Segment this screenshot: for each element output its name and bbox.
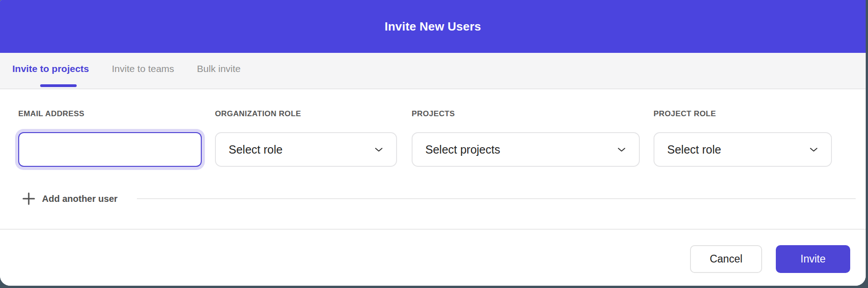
invite-new-users-dialog: Invite New Users Invite to projects Invi…: [0, 0, 866, 286]
organization-role-select-value: Select role: [229, 143, 282, 156]
chevron-down-icon: [808, 144, 819, 155]
dialog-footer: Cancel Invite: [0, 229, 866, 286]
project-role-label: PROJECT ROLE: [654, 109, 716, 118]
chevron-down-icon: [616, 144, 627, 155]
add-another-user-label: Add another user: [42, 194, 118, 204]
add-user-row: Add another user: [0, 187, 866, 211]
project-role-select-value: Select role: [667, 143, 721, 156]
dialog-header: Invite New Users: [0, 0, 866, 53]
add-user-divider: [137, 198, 856, 199]
cancel-button[interactable]: Cancel: [690, 245, 762, 273]
tab-bar: Invite to projects Invite to teams Bulk …: [0, 53, 866, 89]
projects-label: PROJECTS: [412, 109, 455, 118]
active-tab-indicator: [40, 84, 77, 87]
organization-role-label: ORGANIZATION ROLE: [215, 109, 301, 118]
plus-icon: [22, 192, 36, 206]
invite-form: EMAIL ADDRESS ORGANIZATION ROLE PROJECTS…: [0, 90, 866, 229]
email-address-label: EMAIL ADDRESS: [18, 109, 84, 118]
dialog-title: Invite New Users: [385, 20, 481, 34]
tab-bulk-invite[interactable]: Bulk invite: [197, 63, 241, 74]
add-another-user-button[interactable]: Add another user: [22, 187, 118, 211]
chevron-down-icon: [373, 144, 384, 155]
invite-button[interactable]: Invite: [776, 245, 850, 273]
projects-select[interactable]: Select projects: [412, 132, 640, 167]
project-role-select[interactable]: Select role: [654, 132, 832, 167]
organization-role-select[interactable]: Select role: [215, 132, 397, 167]
tab-invite-to-projects[interactable]: Invite to projects: [12, 63, 89, 74]
tab-invite-to-teams[interactable]: Invite to teams: [112, 63, 174, 74]
email-address-input[interactable]: [18, 132, 202, 167]
projects-select-value: Select projects: [425, 143, 500, 156]
